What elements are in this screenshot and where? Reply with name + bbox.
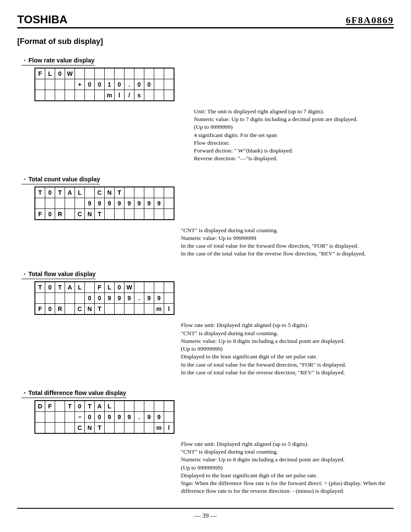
grid-cell — [144, 68, 154, 79]
page-header: TOSHIBA 6F8A0869 — [17, 13, 394, 28]
grid-cell — [55, 411, 65, 422]
grid-cell — [134, 282, 144, 293]
grid-cell: 0 — [85, 79, 95, 90]
grid-cell — [35, 422, 45, 433]
grid-cell — [164, 198, 174, 208]
grid-cell: + — [75, 79, 85, 90]
grid-cell — [154, 79, 164, 90]
grid-cell: 0 — [95, 293, 105, 304]
grid-cell: 0 — [134, 79, 144, 90]
grid-cell — [65, 90, 75, 101]
grid-cell — [134, 422, 144, 433]
grid-cell: 9 — [125, 198, 134, 208]
grid-cell — [154, 68, 164, 79]
grid-cell: s — [134, 90, 144, 101]
total-diff-notes: Flow rate unit: Displayed right aligned … — [181, 440, 394, 495]
total-diff-block: Total difference flow value display DFT0… — [22, 389, 394, 495]
grid-cell: L — [105, 401, 115, 412]
grid-cell — [154, 401, 164, 412]
grid-cell: 9 — [144, 198, 154, 208]
grid-cell — [95, 68, 105, 79]
grid-cell: T — [35, 187, 45, 198]
grid-cell — [144, 401, 154, 412]
grid-cell: 0 — [95, 411, 105, 422]
grid-cell: F — [45, 401, 55, 412]
grid-cell — [65, 208, 75, 220]
grid-cell — [85, 282, 95, 293]
grid-cell: R — [55, 208, 65, 220]
grid-cell — [35, 90, 45, 101]
total-count-notes: "CNT" is displayed during total counting… — [181, 227, 394, 258]
grid-cell: 0 — [115, 282, 125, 293]
grid-cell: L — [75, 282, 85, 293]
grid-cell: C — [95, 187, 105, 198]
grid-cell: N — [85, 208, 95, 220]
grid-cell: A — [65, 187, 75, 198]
grid-cell: C — [75, 304, 85, 315]
grid-cell — [144, 422, 154, 433]
grid-cell: 9 — [125, 293, 134, 304]
grid-cell: T — [65, 401, 75, 412]
grid-cell: 9 — [105, 198, 115, 208]
grid-cell: 0 — [115, 79, 125, 90]
grid-cell — [65, 411, 75, 422]
grid-cell — [115, 208, 125, 220]
grid-cell: 9 — [115, 411, 125, 422]
total-count-title: Total count value display — [22, 176, 100, 184]
grid-cell: F — [95, 282, 105, 293]
grid-cell: C — [75, 208, 85, 220]
flow-rate-block: Flow rate value display FL0W+0010.00ml/s… — [22, 57, 394, 163]
grid-cell: D — [35, 401, 45, 412]
grid-cell: 0 — [75, 401, 85, 412]
grid-cell: A — [95, 401, 105, 412]
grid-cell: F — [35, 68, 45, 79]
grid-cell: T — [35, 282, 45, 293]
grid-cell — [164, 79, 174, 90]
grid-cell — [45, 198, 55, 208]
grid-cell — [95, 90, 105, 101]
grid-cell — [75, 68, 85, 79]
grid-cell — [134, 187, 144, 198]
total-count-block: Total count value display T0TALCNT999999… — [22, 176, 394, 258]
grid-cell — [115, 68, 125, 79]
grid-cell — [35, 293, 45, 304]
section-title: [Format of sub display] — [17, 37, 394, 46]
grid-cell — [154, 208, 164, 220]
grid-cell: W — [65, 68, 75, 79]
grid-cell — [154, 90, 164, 101]
grid-cell: m — [154, 304, 164, 315]
grid-cell: − — [75, 411, 85, 422]
grid-cell: 9 — [115, 198, 125, 208]
total-flow-block: Total flow value display T0TALFL0W00999.… — [22, 271, 394, 376]
grid-cell — [105, 422, 115, 433]
grid-cell — [125, 304, 134, 315]
grid-cell: 0 — [45, 208, 55, 220]
grid-cell — [125, 187, 134, 198]
grid-cell — [85, 90, 95, 101]
grid-cell: / — [125, 90, 134, 101]
grid-cell — [125, 208, 134, 220]
grid-cell — [105, 68, 115, 79]
grid-cell — [55, 401, 65, 412]
grid-cell: N — [105, 187, 115, 198]
grid-cell: 0 — [144, 79, 154, 90]
grid-cell — [55, 422, 65, 433]
grid-cell — [65, 198, 75, 208]
grid-cell: 0 — [45, 187, 55, 198]
grid-cell — [115, 401, 125, 412]
grid-cell: N — [85, 304, 95, 315]
grid-cell — [164, 208, 174, 220]
grid-cell — [65, 79, 75, 90]
grid-cell: F — [35, 304, 45, 315]
grid-cell: L — [75, 187, 85, 198]
grid-cell — [75, 198, 85, 208]
grid-cell: l — [164, 422, 174, 433]
grid-cell: 9 — [144, 293, 154, 304]
grid-cell: 9 — [85, 198, 95, 208]
grid-cell — [45, 293, 55, 304]
grid-cell: . — [125, 79, 134, 90]
grid-cell — [45, 411, 55, 422]
grid-cell — [164, 411, 174, 422]
grid-cell: L — [45, 68, 55, 79]
grid-cell — [105, 208, 115, 220]
